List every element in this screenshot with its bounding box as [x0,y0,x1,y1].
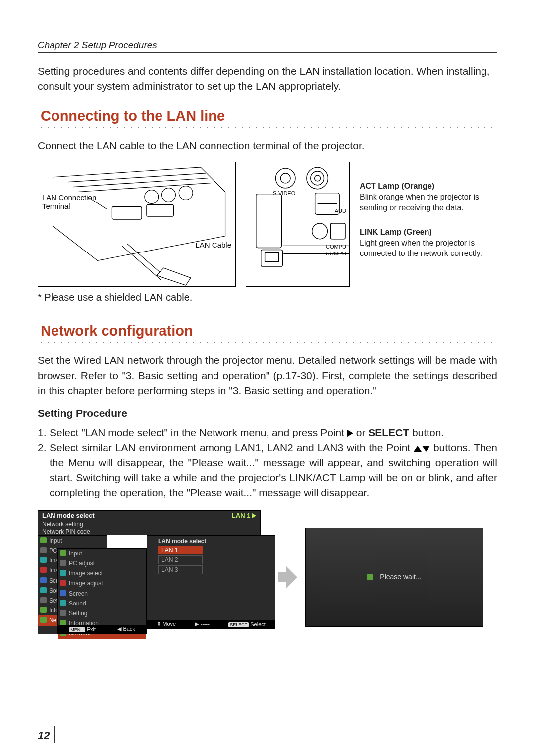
svg-rect-3 [112,207,142,220]
chapter-header: Chapter 2 Setup Procedures [38,40,497,53]
step-1-number: 1. [38,425,50,440]
svg-point-0 [145,190,159,204]
svg-point-13 [312,223,328,239]
label-svideo: S-VIDEO [273,190,295,197]
svg-rect-12 [256,194,282,248]
section2-desc: Set the Wired LAN network through the pr… [38,353,497,398]
step-1-text-pre: Select "LAN mode select" in the Network … [50,427,347,438]
please-wait-panel: Please wait... [305,528,483,627]
menu-screenshot-row: LAN mode select LAN 1 Network setting Ne… [38,510,497,644]
svg-rect-15 [261,250,283,267]
arrow-right-icon [278,563,297,591]
figure-row: LAN Connection Terminal LAN Cable S-VIDE… [38,162,497,287]
svg-rect-4 [147,205,174,217]
lan-option-1: LAN 1 [158,546,203,554]
svg-point-8 [311,171,324,185]
section2-title: Network configuration [41,323,497,339]
procedure-steps: 1. Select "LAN mode select" in the Netwo… [38,425,497,501]
label-compu: COMPU [326,244,346,250]
dotted-rule-2 [38,340,497,344]
port-closeup-sketch [246,162,349,286]
step-1: 1. Select "LAN mode select" in the Netwo… [38,425,497,440]
step-1-text-mid: or [356,427,369,438]
setting-procedure-subhead: Setting Procedure [38,407,497,419]
lan-select-title: LAN mode select [147,536,275,546]
lan-option-2: LAN 2 [158,555,203,564]
wait-indicator-icon [367,574,373,580]
dotted-rule [38,125,497,129]
menu-sub1: Network setting [38,521,260,528]
figure-projector-port: LAN Connection Terminal LAN Cable [38,162,236,287]
section1-title: Connecting to the LAN line [41,108,497,124]
svg-point-5 [275,168,295,188]
please-wait-text: Please wait... [380,573,421,581]
lan-option-3: LAN 3 [158,565,203,574]
svg-point-6 [280,173,290,183]
label-compo: COMPO [325,251,346,257]
act-lamp-title: ACT Lamp (Orange) [360,181,488,192]
menu-panel-front-bottombar: MENUExit ◀ Back [58,625,146,634]
section1-desc: Connect the LAN cable to the LAN connect… [38,138,497,153]
figure-port-closeup: S-VIDEO AUD COMPU COMPO [246,162,350,287]
point-down-icon [422,446,430,452]
step-1-text-post: button. [412,427,444,438]
point-up-icon [414,446,422,452]
lamp-descriptions: ACT Lamp (Orange) Blink orange when the … [360,162,488,259]
step-2-text-pre: Select similar LAN environment among LAN… [50,442,414,453]
menu-stack: LAN mode select LAN 1 Network setting Ne… [38,510,270,644]
shielded-cable-note: * Please use a shielded LAN cable. [38,292,497,303]
projector-sketch [38,162,235,286]
link-lamp-title: LINK Lamp (Green) [360,227,488,238]
select-keyword: SELECT [368,427,409,438]
label-lan-cable: LAN Cable [195,241,231,249]
intro-paragraph: Setting procedures and contents differ d… [38,64,497,94]
link-lamp-desc: Light green when the projector is connec… [360,238,488,259]
page-number: 12 [38,729,50,742]
act-lamp-desc: Blink orange when the projector is sendi… [360,192,488,213]
menu-panel-lan-select: LAN mode select LAN 1 LAN 2 LAN 3 ⇕ Move… [147,535,275,629]
menu-panel-front: Input PC adjust Image select Image adjus… [57,548,147,634]
menu-title-right: LAN 1 [232,512,256,519]
menu-sub2: Network PIN code [38,528,260,536]
menu-titlebar: LAN mode select LAN 1 Network setting Ne… [38,510,261,535]
svg-rect-14 [330,223,345,239]
step-2-number: 2. [38,440,50,501]
label-aud: AUD [335,208,346,214]
svg-point-7 [307,167,328,189]
point-right-icon [347,430,353,437]
menu-panel-lan-bottombar: ⇕ Move ▶ ----- SELECTSelect [147,620,275,629]
svg-rect-16 [265,253,279,262]
menu-title-left: LAN mode select [42,512,232,519]
svg-point-2 [179,186,193,200]
label-lan-terminal: LAN Connection Terminal [42,193,102,210]
svg-point-9 [315,175,321,181]
svg-point-1 [162,188,176,202]
step-2: 2. Select similar LAN environment among … [38,440,497,501]
